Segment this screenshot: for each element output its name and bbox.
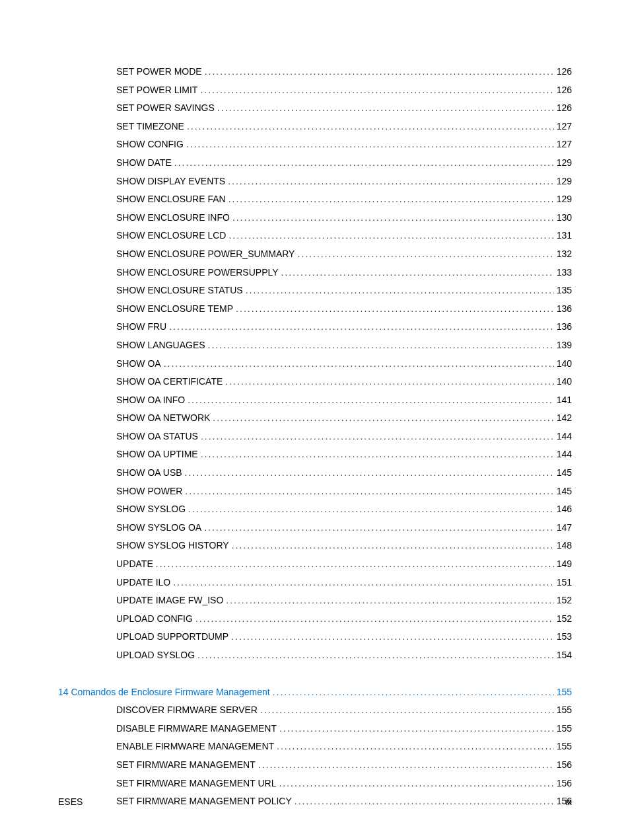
toc-leader-dots (186, 139, 554, 150)
toc-leader-dots (201, 431, 554, 442)
toc-leader-dots (232, 212, 554, 223)
toc-entry[interactable]: SET TIMEZONE127 (58, 121, 572, 132)
toc-entry-page: 156 (557, 778, 572, 789)
toc-entry-label: SHOW POWER (116, 486, 182, 497)
toc-entry[interactable]: SHOW DISPLAY EVENTS129 (58, 176, 572, 187)
toc-entry-page: 129 (557, 157, 572, 169)
toc-entry[interactable]: SHOW OA CERTIFICATE140 (58, 376, 572, 387)
toc-entry-page: 136 (557, 303, 572, 315)
toc-entry-page: 151 (557, 577, 572, 588)
toc-entry[interactable]: SHOW ENCLOSURE TEMP136 (58, 303, 572, 315)
toc-entry[interactable]: SHOW LANGUAGES139 (58, 340, 572, 351)
toc-leader-dots (277, 741, 554, 752)
toc-entry-label: SHOW ENCLOSURE INFO (116, 212, 230, 223)
toc-leader-dots (195, 613, 554, 625)
toc-entry-label: ENABLE FIRMWARE MANAGEMENT (116, 741, 274, 752)
toc-leader-dots (188, 504, 554, 515)
toc-entry[interactable]: UPDATE ILO151 (58, 577, 572, 588)
toc-leader-dots (226, 595, 553, 606)
toc-entry[interactable]: UPDATE149 (58, 558, 572, 570)
toc-leader-dots (205, 66, 554, 77)
toc-leader-dots (273, 687, 554, 698)
toc-leader-dots (281, 267, 554, 278)
toc-list: SET POWER MODE126SET POWER LIMIT126SET P… (58, 66, 572, 807)
toc-entry[interactable]: SET POWER LIMIT126 (58, 85, 572, 96)
toc-entry[interactable]: SHOW SYSLOG OA147 (58, 522, 572, 533)
toc-entry[interactable]: SHOW ENCLOSURE POWERSUPPLY133 (58, 267, 572, 278)
toc-entry[interactable]: SHOW OA USB145 (58, 467, 572, 478)
toc-entry-label: SET POWER SAVINGS (116, 102, 215, 114)
toc-entry-label: SET FIRMWARE MANAGEMENT (116, 759, 256, 771)
toc-leader-dots (185, 486, 553, 497)
toc-entry-label: SHOW OA USB (116, 467, 182, 478)
toc-entry[interactable]: UPLOAD SUPPORTDUMP153 (58, 631, 572, 642)
toc-entry-page: 141 (557, 395, 572, 406)
toc-entry[interactable]: SHOW ENCLOSURE FAN129 (58, 194, 572, 205)
toc-entry-page: 140 (557, 358, 572, 369)
toc-entry-page: 155 (557, 723, 572, 734)
toc-entry-label: SET POWER LIMIT (116, 85, 197, 96)
toc-entry[interactable]: SET POWER MODE126 (58, 66, 572, 77)
toc-entry-label: UPDATE ILO (116, 577, 170, 588)
toc-entry[interactable]: SHOW OA140 (58, 358, 572, 369)
toc-entry-page: 129 (557, 194, 572, 205)
toc-entry-label: UPDATE (116, 558, 153, 570)
toc-entry[interactable]: SHOW DATE129 (58, 157, 572, 169)
toc-leader-dots (164, 358, 554, 369)
toc-entry-label: UPLOAD SUPPORTDUMP (116, 631, 228, 642)
toc-entry-page: 152 (557, 595, 572, 606)
toc-entry[interactable]: SHOW SYSLOG146 (58, 504, 572, 515)
toc-leader-dots (231, 631, 554, 642)
toc-entry-label: SHOW OA (116, 358, 161, 369)
toc-entry-page: 144 (557, 449, 572, 460)
toc-entry[interactable]: SHOW ENCLOSURE INFO130 (58, 212, 572, 223)
toc-entry[interactable]: SET POWER SAVINGS126 (58, 102, 572, 114)
toc-entry[interactable]: SHOW ENCLOSURE LCD131 (58, 230, 572, 241)
toc-entry-label: SHOW ENCLOSURE POWER_SUMMARY (116, 248, 295, 260)
toc-entry-page: 126 (557, 85, 572, 96)
toc-entry-label: SHOW SYSLOG OA (116, 522, 201, 533)
toc-entry-page: 140 (557, 376, 572, 387)
toc-entry-page: 152 (557, 613, 572, 625)
toc-entry[interactable]: DISCOVER FIRMWARE SERVER155 (58, 705, 572, 716)
toc-entry-page: 145 (557, 486, 572, 497)
toc-entry-page: 142 (557, 412, 572, 424)
toc-leader-dots (228, 176, 553, 187)
toc-entry-label: SHOW OA UPTIME (116, 449, 198, 460)
toc-entry[interactable]: SHOW ENCLOSURE STATUS135 (58, 285, 572, 296)
toc-entry-page: 155 (557, 741, 572, 752)
toc-leader-dots (173, 577, 553, 588)
toc-leader-dots (279, 723, 554, 734)
toc-section-heading[interactable]: 14 Comandos de Enclosure Firmware Manage… (58, 687, 572, 698)
toc-entry-page: 155 (557, 705, 572, 716)
toc-entry[interactable]: DISABLE FIRMWARE MANAGEMENT155 (58, 723, 572, 734)
toc-entry[interactable]: SHOW OA INFO141 (58, 395, 572, 406)
toc-leader-dots (208, 340, 554, 351)
toc-entry[interactable]: SHOW OA UPTIME144 (58, 449, 572, 460)
toc-entry-label: SHOW SYSLOG HISTORY (116, 540, 229, 551)
page: SET POWER MODE126SET POWER LIMIT126SET P… (0, 0, 630, 840)
toc-entry-page: 135 (557, 285, 572, 296)
toc-entry[interactable]: SHOW OA NETWORK142 (58, 412, 572, 424)
toc-entry-page: 145 (557, 467, 572, 478)
toc-entry[interactable]: SHOW OA STATUS144 (58, 431, 572, 442)
toc-entry[interactable]: UPLOAD CONFIG152 (58, 613, 572, 625)
toc-entry[interactable]: SHOW POWER145 (58, 486, 572, 497)
toc-entry[interactable]: UPLOAD SYSLOG154 (58, 650, 572, 661)
toc-entry-label: SHOW OA NETWORK (116, 412, 210, 424)
toc-entry-page: 155 (557, 687, 572, 698)
toc-leader-dots (236, 303, 554, 315)
toc-entry-page: 154 (557, 650, 572, 661)
toc-entry[interactable]: ENABLE FIRMWARE MANAGEMENT155 (58, 741, 572, 752)
toc-entry[interactable]: SET FIRMWARE MANAGEMENT URL156 (58, 778, 572, 789)
toc-entry[interactable]: UPDATE IMAGE FW_ISO152 (58, 595, 572, 606)
toc-entry[interactable]: SHOW CONFIG127 (58, 139, 572, 150)
toc-entry[interactable]: SET FIRMWARE MANAGEMENT156 (58, 759, 572, 771)
footer-left: ESES (58, 796, 83, 807)
toc-entry[interactable]: SHOW ENCLOSURE POWER_SUMMARY132 (58, 248, 572, 260)
toc-entry-page: 156 (557, 759, 572, 771)
toc-leader-dots (200, 85, 553, 96)
toc-leader-dots (279, 778, 553, 789)
toc-entry[interactable]: SHOW SYSLOG HISTORY148 (58, 540, 572, 551)
toc-entry[interactable]: SHOW FRU136 (58, 321, 572, 332)
